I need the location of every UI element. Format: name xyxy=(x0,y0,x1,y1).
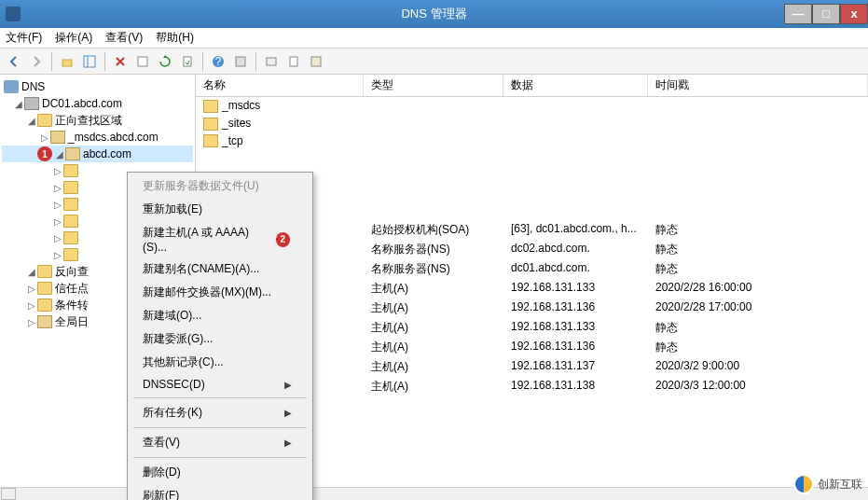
separator xyxy=(202,52,203,71)
ctx-new-domain[interactable]: 新建域(O)... xyxy=(130,304,310,327)
tree-label: abcd.com xyxy=(83,147,131,160)
svg-rect-7 xyxy=(236,57,245,66)
ctx-new-delegation[interactable]: 新建委派(G)... xyxy=(130,327,310,351)
expand-icon[interactable]: ▷ xyxy=(52,183,63,193)
folder-icon xyxy=(63,231,78,244)
folder-icon xyxy=(203,100,218,113)
menu-file[interactable]: 文件(F) xyxy=(6,30,42,46)
expand-icon[interactable]: ▷ xyxy=(52,200,63,210)
folder-icon xyxy=(37,299,52,312)
help-button[interactable]: ? xyxy=(208,51,228,72)
expand-icon[interactable]: ▷ xyxy=(52,216,63,227)
col-time[interactable]: 时间戳 xyxy=(648,75,868,96)
menu-help[interactable]: 帮助(H) xyxy=(156,30,194,46)
ctx-refresh[interactable]: 刷新(F) xyxy=(130,484,310,500)
show-hide-button[interactable] xyxy=(79,51,100,72)
expand-icon[interactable]: ▷ xyxy=(52,250,63,260)
properties-button[interactable] xyxy=(132,51,153,72)
col-type[interactable]: 类型 xyxy=(364,75,503,96)
tree-label: 正向查找区域 xyxy=(55,113,122,129)
tool-button-1[interactable] xyxy=(230,51,251,72)
tree-label: 信任点 xyxy=(55,281,89,297)
expand-icon[interactable]: ▷ xyxy=(26,284,37,294)
col-data[interactable]: 数据 xyxy=(503,75,648,96)
submenu-arrow-icon: ▶ xyxy=(284,408,292,418)
export-button[interactable] xyxy=(177,51,198,72)
tree-root-dns[interactable]: DNS xyxy=(2,78,193,95)
tree-label: 条件转 xyxy=(55,298,89,313)
ctx-new-alias[interactable]: 新建别名(CNAME)(A)... xyxy=(130,257,310,281)
col-name[interactable]: 名称 xyxy=(196,75,364,96)
watermark-logo-icon xyxy=(793,474,814,494)
ctx-dnssec[interactable]: DNSSEC(D)▶ xyxy=(130,374,310,395)
menu-view[interactable]: 查看(V) xyxy=(105,30,143,46)
tool-button-4[interactable] xyxy=(306,51,326,72)
callout-badge-2: 2 xyxy=(276,232,290,247)
expand-icon[interactable]: ◢ xyxy=(26,267,37,277)
expand-icon[interactable]: ▷ xyxy=(26,317,37,327)
list-item-folder[interactable]: _sites xyxy=(196,115,868,132)
menu-action[interactable]: 操作(A) xyxy=(55,30,92,46)
context-menu: 更新服务器数据文件(U) 重新加载(E) 新建主机(A 或 AAAA)(S)..… xyxy=(127,172,313,500)
separator xyxy=(133,457,307,458)
list-item-folder[interactable]: _tcp xyxy=(196,132,868,150)
tree-server[interactable]: ◢ DC01.abcd.com xyxy=(2,95,193,112)
expand-icon[interactable]: ◢ xyxy=(54,149,65,160)
separator xyxy=(51,52,52,71)
folder-icon xyxy=(63,215,78,228)
ctx-reload[interactable]: 重新加载(E) xyxy=(130,198,310,221)
delete-button[interactable] xyxy=(110,51,131,72)
folder-icon xyxy=(63,198,78,211)
ctx-delete[interactable]: 删除(D) xyxy=(130,461,310,484)
expand-icon[interactable]: ▷ xyxy=(52,233,63,243)
tree-label: DC01.abcd.com xyxy=(42,97,122,110)
ctx-all-tasks[interactable]: 所有任务(K)▶ xyxy=(130,401,310,424)
zone-icon xyxy=(65,147,80,160)
ctx-new-mx[interactable]: 新建邮件交换器(MX)(M)... xyxy=(130,281,310,304)
watermark: 创新互联 xyxy=(793,474,862,494)
expand-icon[interactable]: ◢ xyxy=(13,99,24,109)
expand-icon[interactable]: ▷ xyxy=(39,132,50,143)
folder-icon xyxy=(37,315,52,328)
expand-icon[interactable]: ▷ xyxy=(52,166,63,176)
svg-rect-0 xyxy=(62,60,72,66)
folder-icon xyxy=(63,248,78,261)
folder-icon xyxy=(63,181,78,194)
folder-icon xyxy=(37,265,52,278)
minimize-button[interactable]: — xyxy=(784,4,812,24)
close-button[interactable]: x xyxy=(840,4,868,24)
expand-icon[interactable]: ◢ xyxy=(26,116,37,126)
separator xyxy=(255,52,256,71)
tree-label: _msdcs.abcd.com xyxy=(68,131,158,144)
ctx-other-records[interactable]: 其他新记录(C)... xyxy=(130,351,310,374)
ctx-view[interactable]: 查看(V)▶ xyxy=(130,431,310,454)
folder-icon xyxy=(203,134,218,147)
refresh-button[interactable] xyxy=(155,51,175,72)
tool-button-2[interactable] xyxy=(261,51,282,72)
app-icon xyxy=(6,7,21,21)
svg-rect-9 xyxy=(290,57,297,66)
folder-icon xyxy=(203,118,218,131)
back-button[interactable] xyxy=(4,51,24,72)
svg-rect-10 xyxy=(311,57,321,66)
tree-label: 反向查 xyxy=(55,264,89,280)
up-button[interactable] xyxy=(57,51,77,72)
tool-button-3[interactable] xyxy=(283,51,304,72)
tree-msdcs-zone[interactable]: ▷ _msdcs.abcd.com xyxy=(2,129,193,146)
watermark-text: 创新互联 xyxy=(818,477,862,493)
tree-label: 全局日 xyxy=(55,314,89,330)
tree-abcd-zone[interactable]: 1 ◢ abcd.com xyxy=(2,146,193,162)
tree-forward-zone[interactable]: ◢ 正向查找区域 xyxy=(2,112,193,129)
folder-icon xyxy=(63,164,78,177)
maximize-button[interactable]: □ xyxy=(812,4,840,24)
list-item-folder[interactable]: _msdcs xyxy=(196,97,868,115)
ctx-update[interactable]: 更新服务器数据文件(U) xyxy=(130,174,310,198)
menu-bar: 文件(F) 操作(A) 查看(V) 帮助(H) xyxy=(0,28,868,49)
folder-icon xyxy=(37,282,52,295)
forward-button[interactable] xyxy=(26,51,47,72)
separator xyxy=(133,397,307,398)
toolbar: ? xyxy=(0,49,868,75)
ctx-new-host[interactable]: 新建主机(A 或 AAAA)(S)...2 xyxy=(130,221,310,257)
expand-icon[interactable]: ▷ xyxy=(26,300,37,311)
scroll-left-button[interactable] xyxy=(1,488,16,500)
